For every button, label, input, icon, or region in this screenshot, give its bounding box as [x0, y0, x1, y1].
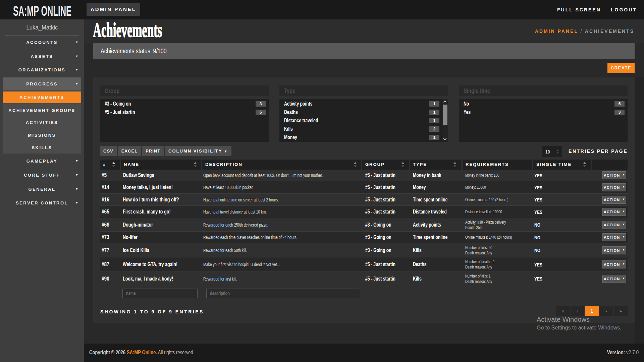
svg-text:SA:MP ONLINE: SA:MP ONLINE	[13, 3, 71, 19]
